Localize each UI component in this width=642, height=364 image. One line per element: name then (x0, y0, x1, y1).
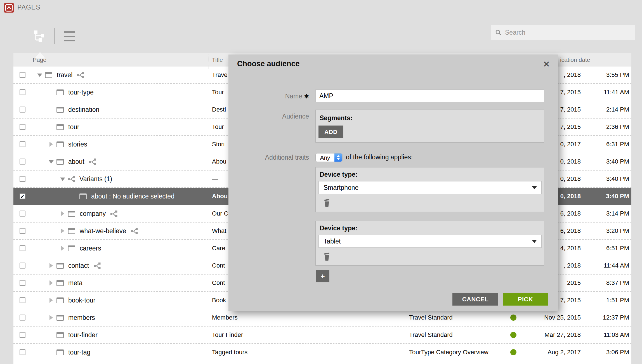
page-name: tour-finder (68, 331, 98, 339)
row-checkbox[interactable] (20, 72, 25, 78)
trash-icon (324, 252, 330, 261)
table-row[interactable]: membersMembersTravel StandardNov 25, 201… (13, 309, 631, 327)
name-input[interactable] (315, 89, 544, 102)
table-row[interactable]: tour-tagTagged toursTourType Category Ov… (13, 344, 631, 361)
delete-condition-button[interactable] (324, 199, 330, 209)
tree-cell: contact (49, 257, 101, 274)
column-header-publication-date[interactable]: ication date (560, 53, 590, 67)
page-icon (56, 315, 64, 321)
title-cell: Trave (212, 71, 227, 79)
expand-toggle-icon[interactable] (49, 314, 56, 321)
segments-section: Segments: ADD (315, 110, 544, 143)
column-header-title[interactable]: Title (212, 53, 223, 67)
cancel-button[interactable]: CANCEL (452, 293, 498, 306)
tree-cell: Variants (1) (60, 171, 112, 187)
collapse-toggle-icon[interactable] (37, 72, 45, 78)
twisty-spacer (49, 106, 56, 113)
page-icon (56, 263, 64, 269)
condition-label: Device type: (320, 171, 358, 178)
page-name: tour (68, 123, 79, 131)
page-name: careers (80, 245, 101, 252)
expand-toggle-icon[interactable] (49, 141, 56, 148)
expand-toggle-icon[interactable] (60, 210, 68, 217)
traits-suffix-text: of the following applies: (346, 153, 413, 161)
row-checkbox[interactable] (20, 124, 25, 130)
row-checkbox[interactable] (20, 107, 25, 113)
expand-toggle-icon[interactable] (49, 297, 56, 304)
page-icon (56, 159, 64, 165)
expand-toggle-icon[interactable] (60, 228, 68, 234)
title-cell: Tagged tours (212, 349, 247, 356)
page-icon (68, 211, 75, 217)
row-checkbox[interactable] (20, 176, 25, 182)
row-checkbox[interactable] (20, 263, 25, 269)
search-input[interactable] (504, 29, 635, 37)
row-checkbox[interactable] (20, 332, 25, 338)
page-name: Variants (1) (79, 175, 112, 183)
tree-cell: company (60, 205, 118, 222)
tree-cell: about (49, 153, 96, 170)
table-row[interactable]: tour-finderTour FinderTravel StandardMar… (13, 327, 631, 344)
tree-cell: members (49, 309, 95, 326)
title-cell: Stori (212, 141, 225, 148)
date-cell: 0, 2018 (560, 193, 581, 200)
expand-toggle-icon[interactable] (49, 280, 56, 286)
collapse-toggle-icon[interactable] (49, 158, 56, 165)
add-condition-button[interactable]: + (316, 270, 329, 282)
tree-cell: book-tour (49, 292, 95, 309)
row-checkbox[interactable] (20, 89, 25, 95)
name-label: Name ✱ (228, 93, 309, 100)
status-dot (510, 332, 516, 338)
row-checkbox[interactable] (20, 159, 25, 165)
tree-view-toggle[interactable] (33, 30, 46, 42)
delete-condition-button[interactable] (324, 252, 330, 262)
date-cell: 4, 2018 (560, 245, 581, 252)
date-cell: 2015 (567, 279, 581, 287)
page-name: contact (68, 262, 89, 270)
row-checkbox[interactable] (20, 297, 25, 303)
tree-cell: tour-finder (49, 327, 98, 343)
page-name: what-we-believe (80, 227, 126, 235)
date-cell: 0, 2018 (560, 158, 581, 165)
date-cell: 6, 2018 (560, 227, 581, 235)
date-cell: 0, 2018 (560, 175, 581, 183)
pages-app-icon (4, 3, 14, 13)
page-name: meta (68, 279, 82, 287)
row-checkbox[interactable] (20, 349, 25, 355)
list-view-toggle[interactable] (64, 31, 75, 41)
row-checkbox[interactable] (20, 280, 25, 286)
row-checkbox[interactable] (20, 245, 25, 251)
expand-toggle-icon[interactable] (60, 245, 68, 252)
condition-box: Device type: Smartphone (315, 167, 544, 212)
page-icon (56, 89, 64, 95)
row-checkbox[interactable] (20, 141, 25, 147)
close-icon[interactable]: ✕ (543, 60, 550, 68)
segments-heading: Segments: (320, 114, 353, 122)
device-type-select[interactable]: Smartphone (318, 181, 542, 194)
tree-cell: what-we-believe (60, 223, 138, 239)
time-cell: 2:14 PM (606, 106, 629, 113)
title-cell: Care (212, 245, 225, 252)
condition-box: Device type: Tablet (315, 221, 544, 266)
time-cell: 3:06 PM (606, 349, 629, 356)
device-type-select[interactable]: Tablet (318, 235, 542, 248)
match-type-select[interactable]: Any (315, 153, 343, 162)
template-cell: Travel Standard (409, 314, 453, 321)
title-cell: What (212, 227, 226, 235)
tree-cell: tour-type (49, 84, 94, 101)
time-cell: 8:37 PM (606, 279, 629, 287)
row-checkbox[interactable] (20, 211, 25, 217)
add-segment-button[interactable]: ADD (318, 126, 343, 138)
match-type-value: Any (316, 154, 334, 161)
row-checkbox[interactable] (20, 228, 25, 234)
condition-label: Device type: (320, 224, 358, 232)
search-box[interactable] (491, 25, 635, 40)
status-dot (510, 315, 516, 321)
row-checkbox[interactable]: ✓ (20, 193, 25, 199)
row-checkbox[interactable] (20, 315, 25, 321)
page-icon (56, 332, 64, 338)
pick-button[interactable]: PICK (503, 293, 548, 306)
expand-toggle-icon[interactable] (49, 262, 56, 269)
collapse-toggle-icon[interactable] (60, 176, 68, 182)
twisty-spacer (49, 332, 56, 338)
